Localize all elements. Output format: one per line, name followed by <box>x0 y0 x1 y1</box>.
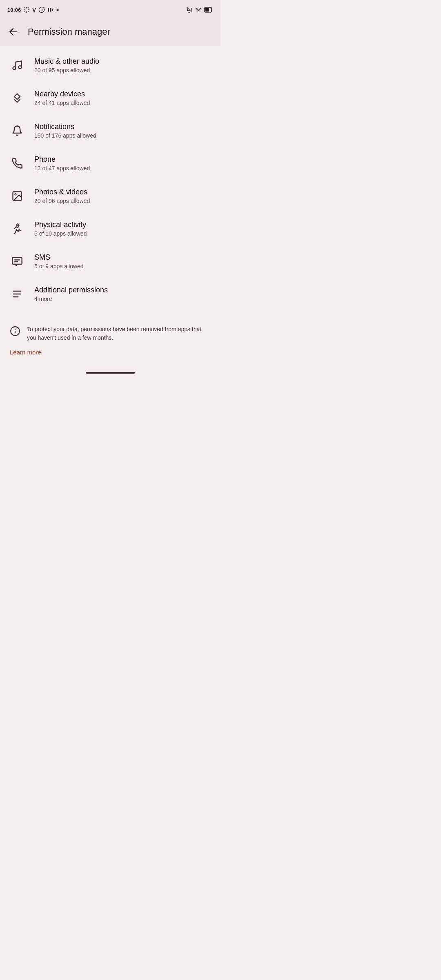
photos-subtitle: 20 of 96 apps allowed <box>34 198 90 204</box>
list-item-nearby[interactable]: Nearby devices 24 of 41 apps allowed <box>0 82 220 114</box>
additional-text: Additional permissions 4 more <box>34 286 108 302</box>
footer-info-row: To protect your data, permissions have b… <box>10 325 211 342</box>
status-right-icons <box>186 7 213 13</box>
svg-rect-6 <box>205 8 209 12</box>
list-item-phone[interactable]: Phone 13 of 47 apps allowed <box>0 147 220 180</box>
home-indicator <box>86 372 135 374</box>
back-arrow-icon <box>8 27 18 37</box>
notifications-icon <box>10 123 24 138</box>
additional-icon <box>10 287 24 301</box>
learn-more-link[interactable]: Learn more <box>10 349 211 356</box>
list-item-music[interactable]: Music & other audio 20 of 95 apps allowe… <box>0 49 220 82</box>
list-item-sms[interactable]: SMS 5 of 9 apps allowed <box>0 245 220 278</box>
svg-text:C: C <box>40 8 43 12</box>
phone-icon <box>10 156 24 171</box>
additional-title: Additional permissions <box>34 286 108 294</box>
photos-title: Photos & videos <box>34 188 90 196</box>
svg-point-9 <box>16 126 18 127</box>
svg-point-11 <box>15 194 16 195</box>
list-item-additional[interactable]: Additional permissions 4 more <box>0 278 220 310</box>
svg-rect-2 <box>48 8 49 11</box>
nearby-text: Nearby devices 24 of 41 apps allowed <box>34 90 90 106</box>
physical-title: Physical activity <box>34 220 87 229</box>
dot-icon: • <box>56 6 59 13</box>
nearby-title: Nearby devices <box>34 90 90 98</box>
phone-title: Phone <box>34 155 90 164</box>
v-icon: V <box>32 7 36 13</box>
footer-info-text: To protect your data, permissions have b… <box>27 325 211 342</box>
phone-subtitle: 13 of 47 apps allowed <box>34 165 90 172</box>
physical-text: Physical activity 5 of 10 apps allowed <box>34 220 87 237</box>
music-text: Music & other audio 20 of 95 apps allowe… <box>34 57 99 74</box>
info-icon <box>10 326 20 338</box>
notifications-text: Notifications 150 of 176 apps allowed <box>34 122 96 139</box>
list-item-notifications[interactable]: Notifications 150 of 176 apps allowed <box>0 114 220 147</box>
bottom-bar <box>0 365 220 377</box>
svg-rect-13 <box>12 258 22 264</box>
music-title: Music & other audio <box>34 57 99 66</box>
media-icon <box>47 7 54 13</box>
music-icon <box>10 58 24 73</box>
c-circle-icon: C <box>38 7 45 13</box>
notifications-title: Notifications <box>34 122 96 131</box>
phone-text: Phone 13 of 47 apps allowed <box>34 155 90 172</box>
sms-title: SMS <box>34 253 84 262</box>
status-time: 10:06 <box>7 7 21 13</box>
footer: To protect your data, permissions have b… <box>0 314 220 365</box>
status-bar: 10:06 V C • <box>0 0 220 18</box>
notifications-subtitle: 150 of 176 apps allowed <box>34 132 96 139</box>
physical-icon <box>10 221 24 236</box>
list-item-photos[interactable]: Photos & videos 20 of 96 apps allowed <box>0 180 220 212</box>
physical-subtitle: 5 of 10 apps allowed <box>34 230 87 237</box>
svg-point-7 <box>13 67 16 70</box>
svg-point-12 <box>17 224 19 226</box>
music-subtitle: 20 of 95 apps allowed <box>34 67 99 74</box>
svg-point-8 <box>19 66 22 69</box>
svg-marker-4 <box>52 8 53 11</box>
list-item-physical[interactable]: Physical activity 5 of 10 apps allowed <box>0 212 220 245</box>
back-button[interactable] <box>7 25 20 38</box>
additional-subtitle: 4 more <box>34 296 108 302</box>
sms-text: SMS 5 of 9 apps allowed <box>34 253 84 270</box>
status-time-area: 10:06 V C • <box>7 6 59 13</box>
snowflake-icon <box>23 7 30 13</box>
sms-icon <box>10 254 24 269</box>
nearby-icon <box>10 91 24 105</box>
nearby-subtitle: 24 of 41 apps allowed <box>34 100 90 106</box>
sms-subtitle: 5 of 9 apps allowed <box>34 263 84 270</box>
status-app-icons: V C • <box>23 6 59 13</box>
photos-icon <box>10 189 24 203</box>
svg-rect-3 <box>50 8 51 11</box>
page-title: Permission manager <box>28 27 110 37</box>
photos-text: Photos & videos 20 of 96 apps allowed <box>34 188 90 204</box>
wifi-icon <box>195 7 202 13</box>
permission-list: Music & other audio 20 of 95 apps allowe… <box>0 46 220 314</box>
mute-icon <box>186 7 193 13</box>
header: Permission manager <box>0 18 220 46</box>
battery-icon <box>204 7 213 13</box>
